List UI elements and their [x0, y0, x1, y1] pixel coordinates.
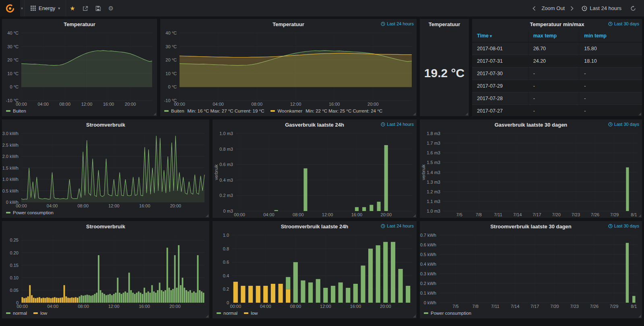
svg-text:0.7 kWh: 0.7 kWh	[420, 233, 436, 238]
svg-text:12:00: 12:00	[290, 102, 301, 107]
svg-text:1.5 kWh: 1.5 kWh	[2, 166, 19, 170]
svg-text:40 °C: 40 °C	[7, 31, 19, 35]
svg-text:7/17: 7/17	[530, 304, 539, 309]
dashboard-row-2: Stroomverbruik 0 kWh0.5 kWh1.0 kWh1.5 kW…	[2, 119, 642, 218]
badge-label: Last 30 days	[614, 122, 639, 127]
svg-text:7/5: 7/5	[452, 304, 458, 309]
logo-caret-icon[interactable]: ▾	[20, 6, 25, 10]
resize-handle[interactable]	[206, 315, 208, 318]
time-range-badge[interactable]: Last 30 days	[608, 21, 639, 26]
share-button[interactable]	[79, 0, 92, 16]
svg-text:1.4 m3: 1.4 m3	[427, 170, 440, 175]
legend-item[interactable]: WoonkamerMin: 22 °C Max: 25 °C Current: …	[270, 109, 382, 113]
time-range-picker[interactable]: Last 24 hours	[577, 5, 626, 11]
resize-handle[interactable]	[413, 214, 416, 217]
legend-item[interactable]: normal	[6, 311, 27, 316]
panel-gasverbruik-30d: Gasverbruik laatste 30 dagen Last 30 day…	[420, 119, 642, 218]
svg-text:00:00: 00:00	[16, 102, 27, 107]
refresh-button[interactable]	[627, 6, 639, 11]
legend-item[interactable]: Power consumption	[424, 311, 471, 316]
resize-handle[interactable]	[206, 214, 208, 217]
svg-text:00:00: 00:00	[16, 203, 27, 208]
table-row[interactable]: 2017-07-27--	[472, 105, 642, 117]
time-range-badge[interactable]: Last 30 days	[608, 122, 639, 127]
svg-text:7/14: 7/14	[511, 304, 519, 309]
svg-text:00:00: 00:00	[174, 102, 185, 107]
svg-text:0.6 kWh: 0.6 kWh	[420, 242, 436, 247]
panel-title[interactable]: Stroomverbruik laatste 30 dagen	[490, 223, 572, 230]
clock-icon	[381, 122, 385, 127]
resize-handle[interactable]	[638, 113, 641, 115]
legend-item[interactable]: normal	[217, 311, 237, 316]
svg-text:1.1 m3: 1.1 m3	[427, 199, 440, 204]
dashboard-picker[interactable]: Energy ▾	[25, 0, 66, 16]
time-range-badge[interactable]: Last 30 days	[608, 223, 639, 228]
chart-legend: Buiten	[2, 107, 157, 116]
svg-text:7/29: 7/29	[610, 212, 619, 217]
legend-item[interactable]: Power consumption	[6, 210, 54, 215]
legend-item[interactable]: BuitenMin: 16 °C Max: 27 °C Current: 19 …	[164, 109, 264, 113]
panel-title[interactable]: Temperatuur	[429, 21, 460, 27]
legend-label: low	[40, 311, 47, 316]
legend-swatch	[6, 212, 10, 213]
table-row[interactable]: 2017-07-28--	[472, 92, 642, 105]
legend-item[interactable]: low	[244, 311, 258, 316]
panel-title[interactable]: Temperatuur	[272, 21, 304, 27]
svg-text:16:00: 16:00	[139, 203, 151, 208]
time-shift-right-button[interactable]	[568, 6, 576, 11]
svg-text:3.0 kWh: 3.0 kWh	[2, 131, 19, 136]
time-range-badge[interactable]: Last 24 hours	[381, 122, 414, 127]
table-row[interactable]: 2017-07-29--	[472, 80, 642, 92]
time-range-badge[interactable]: Last 24 hours	[381, 223, 414, 228]
legend-item[interactable]: Buiten	[6, 109, 26, 113]
svg-text:0.5 kWh: 0.5 kWh	[420, 252, 436, 257]
svg-text:7/17: 7/17	[533, 212, 541, 217]
star-button[interactable]: ★	[66, 0, 78, 16]
table-row[interactable]: 2017-08-0126.7015.80	[472, 42, 642, 55]
resize-handle[interactable]	[413, 113, 416, 115]
panel-header: Temperatuur min/max Last 30 days	[472, 19, 642, 30]
legend-item[interactable]: low	[33, 311, 47, 316]
grafana-logo[interactable]	[0, 0, 20, 16]
table-cell: -	[579, 92, 642, 105]
panel-header: Stroomverbruik	[2, 221, 209, 232]
svg-text:16:00: 16:00	[139, 304, 150, 309]
panel-title[interactable]: Gasverbruik laatste 30 dagen	[495, 122, 568, 128]
resize-handle[interactable]	[153, 113, 156, 115]
column-header-min-temp[interactable]: min temp	[579, 30, 642, 42]
panel-title[interactable]: Temperatuur min/max	[530, 21, 584, 27]
resize-handle[interactable]	[465, 113, 468, 115]
resize-handle[interactable]	[638, 214, 641, 217]
resize-handle[interactable]	[638, 315, 641, 318]
chart-legend: Power consumption	[2, 209, 209, 218]
column-header-max-temp[interactable]: max temp	[528, 30, 579, 42]
legend-swatch	[6, 312, 10, 314]
clock-icon	[381, 22, 385, 26]
svg-text:1.0 m3: 1.0 m3	[427, 209, 440, 213]
panel-temperatuur-stat: Temperatuur 19.2 °C	[420, 19, 469, 116]
chevron-left-icon	[533, 6, 536, 11]
navbar: ▾ Energy ▾ ★ ⚙	[0, 0, 644, 16]
time-shift-left-button[interactable]	[530, 6, 538, 11]
column-header-time[interactable]: Time▾	[472, 30, 528, 42]
zoom-out-button[interactable]: Zoom Out	[539, 5, 567, 11]
panel-title[interactable]: Temperatuur	[64, 21, 95, 27]
panel-title[interactable]: Gasverbruik laatste 24h	[285, 122, 344, 128]
legend-label: Buiten	[13, 109, 26, 113]
svg-text:0.4: 0.4	[223, 273, 229, 278]
save-button[interactable]	[92, 0, 105, 16]
svg-text:0 °C: 0 °C	[10, 84, 19, 89]
table-row[interactable]: 2017-07-3124.2018.10	[472, 55, 642, 68]
legend-stats: Min: 22 °C Max: 25 °C Current: 24 °C	[305, 109, 382, 113]
panel-title[interactable]: Stroomverbruik	[86, 223, 125, 230]
panel-title[interactable]: Stroomverbruik laatste 24h	[281, 223, 349, 230]
panel-title[interactable]: Stroomverbruik	[86, 122, 125, 128]
svg-text:7/23: 7/23	[570, 304, 578, 309]
clock-icon	[608, 22, 613, 26]
resize-handle[interactable]	[413, 315, 416, 318]
settings-button[interactable]: ⚙	[105, 0, 117, 16]
table-row[interactable]: 2017-07-30--	[472, 68, 642, 80]
time-range-badge[interactable]: Last 24 hours	[381, 21, 414, 26]
svg-text:20 °C: 20 °C	[7, 57, 19, 62]
gas-usage-30d-bar-chart: 1.0 m31.1 m31.2 m31.3 m31.4 m31.5 m31.6 …	[420, 130, 642, 218]
